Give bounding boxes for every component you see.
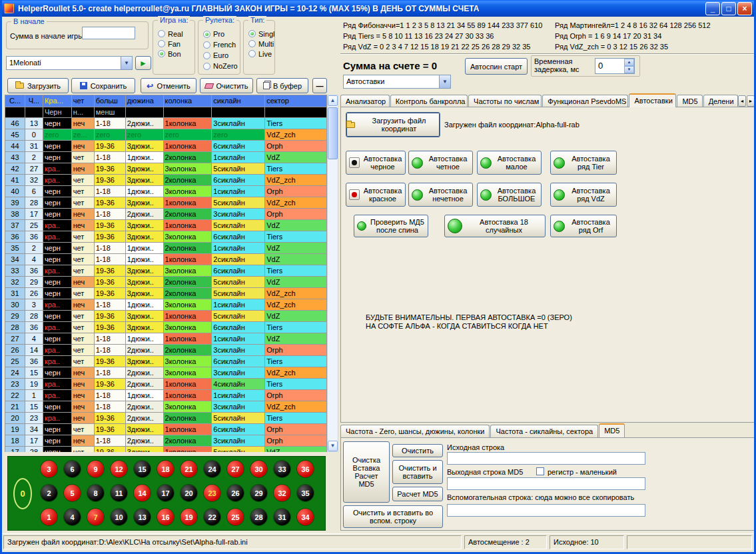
table-row[interactable]: 3928чернчет19-363дюжи..1колонка5сиклайнV…	[5, 197, 327, 209]
board-number-20[interactable]: 20	[177, 481, 200, 505]
board-number-3[interactable]: 3	[37, 457, 61, 481]
tab-анализатор[interactable]: Анализатор	[340, 95, 390, 107]
table-row[interactable]: 3636кра..чет19-363дюжи..3колонка6сиклайн…	[5, 231, 327, 243]
board-number-26[interactable]: 26	[224, 481, 247, 505]
table-row[interactable]: 3229черннеч19-363дюжи..2колонка5сиклайнV…	[5, 277, 327, 288]
md5-calc-button[interactable]: Расчет MD5	[392, 487, 443, 501]
table-row[interactable]: 432чернчет1-181дюжи..2колонка1сиклайнVdZ	[5, 152, 327, 163]
md5-clear-and-paste-button[interactable]: Очистить и вставить	[392, 460, 443, 484]
spinner-down-icon[interactable]: ▼	[624, 66, 634, 73]
autobet-even-button[interactable]: Автоставка четное	[408, 151, 473, 175]
tab-делени[interactable]: Делени	[703, 95, 738, 107]
md5-clear-paste-calc-button[interactable]: Очистка Вставка Расчет MD5	[343, 441, 390, 503]
autobet-tier-button[interactable]: Автоставка ряд Tier	[550, 151, 617, 175]
tab-контроль-банкролла[interactable]: Контроль банкролла	[390, 95, 468, 107]
table-row[interactable]: 4227кра..неч19-363дюжи..3колонка5сиклайн…	[5, 163, 327, 175]
tab-md5[interactable]: MD5	[599, 423, 625, 437]
board-number-36[interactable]: 36	[294, 457, 317, 481]
radio-option-euro[interactable]: Euro	[198, 50, 240, 61]
undo-button[interactable]: ↩ Отменить	[141, 78, 196, 93]
scrollbar-thumb[interactable]	[328, 107, 338, 159]
tabs-scroll-right-icon[interactable]: ►	[747, 95, 755, 107]
autospin-start-button[interactable]: Автоспин старт	[465, 58, 528, 75]
table-row[interactable]: 406чернчет1-181дюжи..3колонка1сиклайнOrp…	[5, 186, 327, 197]
collapse-button[interactable]: —	[312, 78, 327, 93]
board-number-12[interactable]: 12	[107, 457, 131, 481]
tab-частота---zero,-шансы,-дюжины,-колонки[interactable]: Частота - Zero, шансы, дюжины, колонки	[340, 425, 490, 437]
table-row[interactable]: 2023кра..неч19-362дюжи..2колонка5сиклайн…	[5, 413, 327, 424]
table-row[interactable]: 4431черннеч19-363дюжи..1колонка6сиклайнO…	[5, 141, 327, 152]
copy-to-buffer-button[interactable]: В буфер	[256, 78, 308, 93]
board-number-11[interactable]: 11	[107, 481, 131, 505]
profile-select[interactable]: 1Melonati ▼	[6, 56, 133, 70]
table-scrollbar[interactable]: ▲ ▼	[327, 95, 338, 452]
autobet-orf-button[interactable]: Автоставка ряд Orf	[550, 215, 617, 237]
radio-option-bon[interactable]: Bon	[153, 49, 194, 59]
autobet-black-button[interactable]: Автоставка черное	[346, 151, 406, 175]
board-number-22[interactable]: 22	[200, 505, 224, 529]
close-button[interactable]: ×	[737, 2, 752, 15]
table-row[interactable]: 352чернчет1-181дюжи..2колонка1сиклайнVdZ	[5, 243, 327, 254]
autobet-small-button[interactable]: Автоставка малое	[477, 151, 542, 175]
tab-частота---сиклайны,-сектора[interactable]: Частота - сиклайны, сектора	[490, 425, 598, 437]
board-number-5[interactable]: 5	[61, 481, 84, 505]
table-row[interactable]: 1728чернчет19-363дюжи..1колонка5сиклайнV…	[5, 447, 327, 452]
table-row[interactable]: 274чернчет1-181дюжи..1колонка1сиклайнVdZ	[5, 333, 327, 345]
board-number-0[interactable]: 0	[13, 478, 32, 509]
board-number-15[interactable]: 15	[131, 457, 154, 481]
board-number-4[interactable]: 4	[61, 505, 84, 529]
table-row[interactable]: 221кра..неч1-181дюжи..1колонка1сиклайнOr…	[5, 390, 327, 401]
board-number-10[interactable]: 10	[107, 505, 131, 529]
board-number-34[interactable]: 34	[294, 505, 317, 529]
delay-spinner[interactable]: 0 ▲ ▼	[595, 58, 635, 74]
tabs-scroll-left-icon[interactable]: ◄	[738, 95, 746, 107]
board-number-30[interactable]: 30	[247, 457, 270, 481]
table-row[interactable]: 1817черннеч1-182дюжи..2колонка3сиклайнOr…	[5, 435, 327, 447]
board-number-1[interactable]: 1	[37, 505, 61, 529]
radio-option-french[interactable]: French	[198, 39, 240, 50]
autobets-select[interactable]: Автоставки ▼	[343, 75, 451, 89]
board-number-31[interactable]: 31	[270, 505, 294, 529]
radio-option-nozero[interactable]: NoZero	[198, 61, 240, 71]
board-number-14[interactable]: 14	[131, 481, 154, 505]
radio-option-fan[interactable]: Fan	[153, 39, 194, 49]
board-number-17[interactable]: 17	[154, 481, 177, 505]
table-row[interactable]: 2614кра..чет1-182дюжи..2колонка3сиклайнO…	[5, 345, 327, 356]
scroll-up-icon[interactable]: ▲	[328, 95, 338, 106]
radio-option-live[interactable]: Live	[244, 49, 274, 59]
radio-option-real[interactable]: Real	[153, 29, 194, 39]
table-row[interactable]: 1934чернчет19-363дюжи..1колонка6сиклайнO…	[5, 424, 327, 435]
play-button[interactable]: ►	[135, 56, 151, 70]
output-string-input[interactable]	[447, 477, 645, 490]
board-number-19[interactable]: 19	[177, 505, 200, 529]
board-number-23[interactable]: 23	[200, 481, 224, 505]
board-number-32[interactable]: 32	[270, 481, 294, 505]
board-number-21[interactable]: 21	[177, 457, 200, 481]
spinner-up-icon[interactable]: ▲	[624, 59, 634, 66]
start-sum-input[interactable]	[82, 27, 135, 39]
board-number-13[interactable]: 13	[131, 505, 154, 529]
tab-md5[interactable]: MD5	[677, 95, 702, 107]
table-row[interactable]: 3126чернчет19-363дюжи..2колонка5сиклайнV…	[5, 288, 327, 299]
autobet-red-button[interactable]: Автоставка красное	[346, 183, 406, 207]
table-row[interactable]: 3817черннеч1-182дюжи..2колонка3сиклайнOr…	[5, 209, 327, 220]
autobet-odd-button[interactable]: Автоставка нечетное	[408, 183, 473, 207]
tab-функционал-psevdoms[interactable]: Функционал PsevdoMS	[542, 95, 628, 107]
board-number-28[interactable]: 28	[247, 505, 270, 529]
table-row[interactable]: 2115черннеч1-182дюжи..3колонка3сиклайнVd…	[5, 401, 327, 413]
board-number-2[interactable]: 2	[37, 481, 61, 505]
board-number-7[interactable]: 7	[84, 505, 107, 529]
table-row[interactable]: 2928чернчет19-363дюжи..1колонка5сиклайнV…	[5, 311, 327, 322]
aux-string-input[interactable]	[447, 504, 645, 517]
table-row[interactable]: 450zeroze...zerozerozerozeroVdZ_zch	[5, 129, 327, 141]
minimize-button[interactable]: _	[705, 2, 720, 15]
md5-clear-button[interactable]: Очистить	[392, 444, 443, 457]
table-row[interactable]: 3336кра..чет19-363дюжи..3колонка6сиклайн…	[5, 265, 327, 277]
scroll-down-icon[interactable]: ▼	[328, 441, 338, 451]
table-row[interactable]: 2536кра..чет19-363дюжи..3колонка6сиклайн…	[5, 356, 327, 367]
radio-option-multi[interactable]: Multi	[244, 39, 274, 49]
table-row[interactable]: 344чернчет1-181дюжи..1колонка2сиклайнVdZ	[5, 254, 327, 265]
md5-clear-paste-aux-button[interactable]: Очистить и вставить во вспом. строку	[343, 505, 443, 528]
board-number-33[interactable]: 33	[270, 457, 294, 481]
table-row[interactable]: 2415черннеч1-182дюжи..3колонка3сиклайнVd…	[5, 367, 327, 379]
